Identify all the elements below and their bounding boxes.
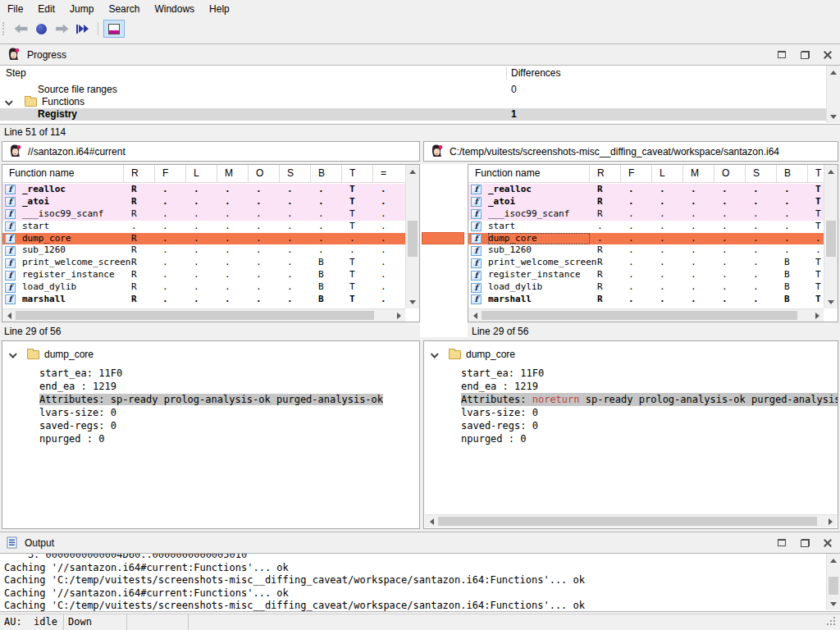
scroll-left-button[interactable]: [425, 515, 438, 527]
function-row[interactable]: fregister_instanceR.....BT.: [468, 269, 824, 281]
horizontal-scrollbar[interactable]: [425, 514, 837, 527]
continue-button[interactable]: [72, 20, 93, 38]
function-row[interactable]: fmarshallR.....BT.: [2, 294, 405, 306]
resize-grip[interactable]: [827, 617, 837, 627]
progress-row[interactable]: Source file ranges0: [0, 84, 826, 96]
column-header-l[interactable]: L: [186, 165, 217, 182]
tree-node[interactable]: dump_core: [424, 348, 515, 361]
column-header-s[interactable]: S: [746, 165, 777, 182]
selected-match-marker[interactable]: [422, 232, 464, 244]
scrollbar-thumb[interactable]: [826, 221, 836, 257]
column-header-match[interactable]: =: [373, 165, 405, 182]
column-header-step[interactable]: Step: [6, 67, 26, 79]
output-title-bar[interactable]: Output: [0, 532, 840, 554]
back-button[interactable]: [11, 20, 31, 38]
toolbar-grip[interactable]: [2, 22, 6, 35]
menu-windows[interactable]: Windows: [147, 0, 202, 18]
column-header-o[interactable]: O: [249, 165, 280, 182]
column-header-r[interactable]: R: [124, 165, 155, 182]
column-header-l[interactable]: L: [652, 165, 683, 182]
function-row[interactable]: f_reallocR......T.: [2, 184, 405, 196]
function-row[interactable]: fprint_welcome_screenR.....BT.: [468, 257, 824, 269]
chevron-down-icon[interactable]: [7, 99, 25, 105]
function-row[interactable]: fsub_1260R........: [2, 244, 405, 257]
horizontal-scrollbar[interactable]: [2, 308, 405, 322]
function-row[interactable]: fdump_core.........: [468, 233, 824, 245]
scroll-down-button[interactable]: [827, 110, 840, 123]
maximize-button[interactable]: [774, 48, 789, 62]
column-header-m[interactable]: M: [217, 165, 249, 182]
tree-node-label[interactable]: dump_core: [44, 349, 94, 360]
scroll-down-button[interactable]: [406, 295, 419, 308]
function-row[interactable]: fregister_instanceR.....BT.: [2, 269, 405, 281]
column-header-t[interactable]: T: [808, 165, 824, 182]
column-header-s[interactable]: S: [280, 165, 311, 182]
column-header-f[interactable]: F: [621, 165, 652, 182]
scroll-down-button[interactable]: [827, 597, 840, 610]
scrollbar-thumb[interactable]: [438, 517, 817, 526]
scroll-right-button[interactable]: [810, 309, 824, 322]
function-row[interactable]: fmarshallR.....BT.: [468, 294, 824, 306]
function-row[interactable]: fload_dylibR.....BT.: [468, 281, 824, 294]
function-row[interactable]: f_atoiR......T.: [468, 196, 824, 208]
scroll-right-button[interactable]: [824, 515, 837, 527]
scroll-left-button[interactable]: [468, 309, 482, 322]
function-row[interactable]: fstart.......T.: [468, 221, 824, 233]
chevron-down-icon[interactable]: [11, 352, 27, 358]
function-row[interactable]: f_atoiR......T.: [2, 196, 405, 208]
column-header-r[interactable]: R: [590, 165, 621, 182]
column-header-f[interactable]: F: [155, 165, 186, 182]
column-header-function-name[interactable]: Function name: [2, 165, 124, 182]
scroll-right-button[interactable]: [392, 309, 405, 322]
menu-file[interactable]: File: [0, 0, 30, 18]
column-header-m[interactable]: M: [683, 165, 714, 182]
maximize-button[interactable]: [774, 536, 789, 550]
close-button[interactable]: [820, 536, 835, 550]
forward-button[interactable]: [52, 20, 72, 38]
vertical-scrollbar[interactable]: [826, 554, 840, 610]
progress-title-bar[interactable]: Progress: [0, 43, 840, 66]
scroll-up-button[interactable]: [406, 165, 419, 178]
progress-row[interactable]: Functions: [0, 96, 826, 108]
screen-toggle-button[interactable]: [103, 20, 125, 38]
menu-edit[interactable]: Edit: [30, 0, 62, 18]
progress-row[interactable]: Registry1: [0, 108, 826, 121]
column-header-o[interactable]: O: [714, 165, 746, 182]
chevron-down-icon[interactable]: [432, 352, 449, 358]
function-row[interactable]: f_reallocR......T.: [468, 184, 824, 196]
menu-search[interactable]: Search: [101, 0, 147, 18]
column-header-b[interactable]: B: [311, 165, 342, 182]
function-row[interactable]: f___isoc99_scanfR......T.: [468, 208, 824, 221]
float-button[interactable]: [797, 536, 812, 550]
float-button[interactable]: [797, 48, 812, 62]
scrollbar-thumb[interactable]: [482, 311, 797, 320]
function-row[interactable]: fsub_1260R........: [468, 244, 824, 257]
tree-node-label[interactable]: dump_core: [466, 349, 515, 360]
function-row[interactable]: f___isoc99_scanfR......T.: [2, 208, 405, 221]
menu-jump[interactable]: Jump: [62, 0, 101, 18]
scroll-up-button[interactable]: [824, 165, 838, 178]
vertical-scrollbar[interactable]: [824, 165, 838, 308]
column-header-function-name[interactable]: Function name: [468, 165, 590, 182]
column-header-t[interactable]: T: [342, 165, 373, 182]
menu-help[interactable]: Help: [202, 0, 237, 18]
function-row[interactable]: fstart.......T.: [2, 221, 405, 233]
close-button[interactable]: [820, 48, 835, 62]
scrollbar-thumb[interactable]: [408, 221, 418, 257]
column-header-differences[interactable]: Differences: [511, 67, 560, 79]
column-header-b[interactable]: B: [777, 165, 808, 182]
scroll-down-button[interactable]: [824, 295, 838, 308]
vertical-scrollbar[interactable]: [405, 165, 419, 308]
function-row[interactable]: fload_dylibR.....BT.: [2, 281, 405, 294]
function-row[interactable]: fprint_welcome_screenR.....BT.: [2, 257, 405, 269]
scroll-up-button[interactable]: [827, 554, 840, 567]
progress-vertical-scrollbar[interactable]: [826, 66, 840, 123]
scrollbar-thumb[interactable]: [16, 311, 374, 320]
stop-button[interactable]: [31, 20, 52, 38]
scroll-left-button[interactable]: [2, 309, 16, 322]
tree-node[interactable]: dump_core: [2, 348, 94, 361]
scroll-up-button[interactable]: [827, 66, 840, 79]
horizontal-scrollbar[interactable]: [468, 308, 824, 322]
function-row[interactable]: fdump_coreR........: [2, 233, 405, 245]
scrollbar-thumb[interactable]: [829, 577, 838, 595]
